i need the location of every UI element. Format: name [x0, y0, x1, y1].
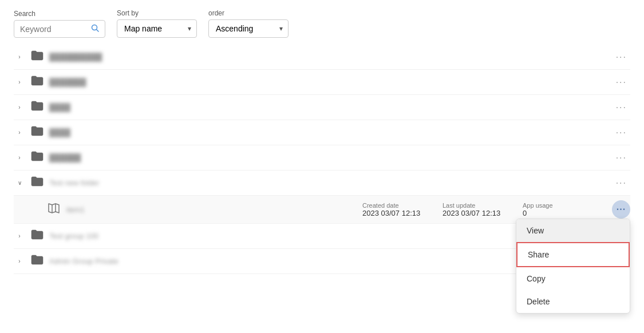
child-row-1: item1 Created date 2023 03/07 12:13 Last… — [14, 196, 630, 224]
more-button-3[interactable]: ··· — [613, 101, 630, 114]
folder-row-6[interactable]: ∨ Test new folder ··· — [14, 171, 630, 196]
sortby-field-group: Sort by Map name Created date Last updat… — [117, 9, 197, 38]
sortby-select[interactable]: Map name Created date Last update — [117, 19, 197, 38]
more-button-6[interactable]: ··· — [613, 177, 630, 189]
order-select[interactable]: Ascending Descending — [208, 19, 289, 38]
folder-icon-8 — [31, 255, 44, 268]
folder-icon-1 — [31, 50, 44, 64]
search-field-group: Search — [14, 10, 105, 38]
folder-row-1[interactable]: › ██████████ ··· — [14, 45, 630, 70]
app-usage-label: App usage — [523, 202, 603, 209]
created-date-group: Created date 2023 03/07 12:13 — [362, 202, 442, 217]
context-menu: View Share Copy Delete — [516, 219, 630, 314]
context-menu-item-view[interactable]: View — [516, 219, 630, 242]
folder-icon-3 — [31, 101, 44, 114]
folder-icon-4 — [31, 126, 44, 139]
folder-name-3: ████ — [49, 103, 613, 112]
chevron-icon-6[interactable]: ∨ — [14, 180, 25, 186]
more-button-5[interactable]: ··· — [613, 152, 630, 164]
svg-line-1 — [97, 30, 99, 32]
order-select-wrapper: Ascending Descending ▾ — [208, 19, 289, 38]
search-input[interactable] — [20, 25, 89, 34]
more-button-2[interactable]: ··· — [613, 76, 630, 89]
search-icon — [91, 24, 99, 34]
chevron-icon-4[interactable]: › — [14, 129, 25, 136]
folder-icon-6 — [31, 176, 44, 189]
context-menu-item-copy[interactable]: Copy — [516, 267, 630, 290]
chevron-icon-7[interactable]: › — [14, 233, 25, 239]
sortby-select-wrapper: Map name Created date Last update ▾ — [117, 19, 197, 38]
updated-date-group: Last update 2023 03/07 12:13 — [442, 202, 523, 217]
svg-marker-2 — [49, 204, 59, 213]
folder-name-4: ████ — [49, 128, 613, 137]
folder-icon-5 — [31, 151, 44, 164]
sortby-label: Sort by — [117, 9, 197, 17]
folder-row-5[interactable]: › ██████ ··· — [14, 145, 630, 171]
folder-row-4[interactable]: › ████ ··· — [14, 120, 630, 145]
chevron-icon-8[interactable]: › — [14, 258, 25, 264]
folder-name-2: ███████ — [49, 78, 613, 86]
app-usage-group: App usage 0 — [523, 202, 603, 217]
context-menu-item-share[interactable]: Share — [516, 242, 630, 267]
app-usage-value: 0 — [523, 209, 603, 217]
updated-date-value: 2023 03/07 12:13 — [442, 209, 523, 217]
folder-name-6: Test new folder — [49, 179, 613, 187]
folder-name-1: ██████████ — [49, 53, 613, 61]
toolbar: Search Sort by Map name Created date Las… — [0, 0, 644, 45]
chevron-icon-5[interactable]: › — [14, 154, 25, 161]
folder-icon-7 — [31, 229, 44, 243]
created-date-label: Created date — [362, 202, 442, 209]
order-label: order — [208, 9, 289, 17]
more-button-1[interactable]: ··· — [613, 51, 630, 64]
folder-name-5: ██████ — [49, 153, 613, 162]
chevron-icon-3[interactable]: › — [14, 104, 25, 110]
more-button-4[interactable]: ··· — [613, 126, 630, 139]
order-field-group: order Ascending Descending ▾ — [208, 9, 289, 38]
map-icon — [48, 203, 60, 216]
chevron-icon-1[interactable]: › — [14, 54, 25, 60]
search-box[interactable] — [14, 20, 105, 38]
context-menu-item-delete[interactable]: Delete — [516, 290, 630, 313]
search-label: Search — [14, 10, 105, 18]
folder-icon-2 — [31, 76, 44, 89]
folder-row-2[interactable]: › ███████ ··· — [14, 70, 630, 95]
chevron-icon-2[interactable]: › — [14, 79, 25, 85]
updated-date-label: Last update — [442, 202, 523, 209]
child-more-button[interactable]: ··· — [612, 200, 630, 219]
child-item-name: item1 — [66, 205, 112, 214]
file-list: › ██████████ ··· › ███████ ··· › ████ ··… — [0, 45, 644, 274]
created-date-value: 2023 03/07 12:13 — [362, 209, 442, 217]
folder-row-3[interactable]: › ████ ··· — [14, 95, 630, 120]
child-meta: Created date 2023 03/07 12:13 Last updat… — [362, 200, 630, 219]
